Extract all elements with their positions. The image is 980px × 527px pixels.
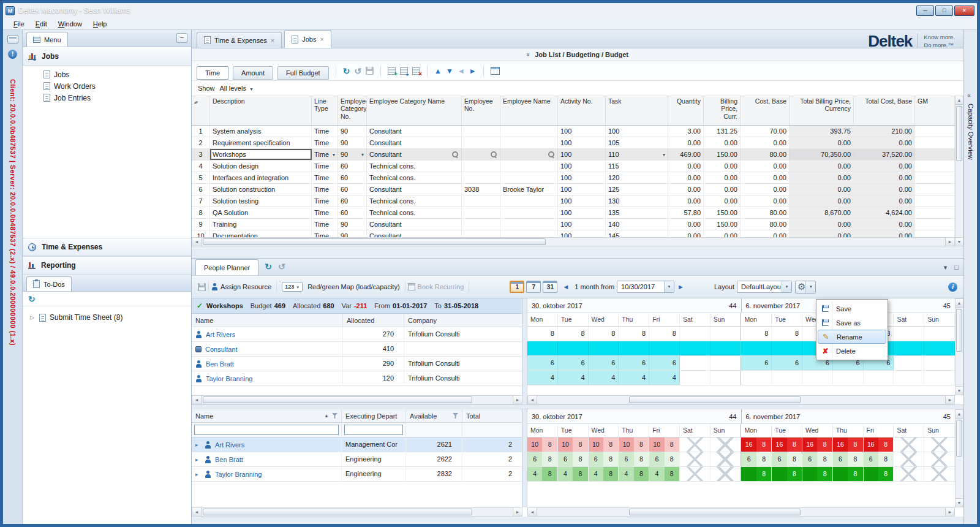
scroll-left-icon[interactable]: ◄: [192, 238, 202, 246]
cell-billing_price[interactable]: 0.00: [704, 137, 741, 148]
load-cell[interactable]: [924, 438, 955, 452]
allocation-cell[interactable]: 4: [619, 371, 649, 385]
cell-task[interactable]: 130: [606, 195, 668, 207]
cell-num[interactable]: 7: [192, 195, 210, 207]
load-cell[interactable]: 68: [527, 452, 558, 466]
sidebar-item-work-orders[interactable]: Work Orders: [23, 80, 191, 92]
scroll-right-icon[interactable]: ►: [513, 508, 522, 516]
table-view-icon[interactable]: [491, 67, 500, 75]
cell-billing_price[interactable]: 150.00: [704, 207, 741, 218]
cell-cost_base[interactable]: 0.00: [741, 184, 790, 195]
cell-activity_no[interactable]: 100: [558, 149, 606, 160]
sidebar-item-job-entries[interactable]: Job Entries: [23, 92, 191, 104]
refresh-icon[interactable]: [343, 66, 350, 76]
menu-item-rename[interactable]: Rename: [818, 330, 886, 344]
cell-total_billing[interactable]: 0.00: [790, 184, 854, 195]
people-planner-tab[interactable]: People Planner: [195, 259, 258, 275]
budget-horizontal-scrollbar[interactable]: ◄ ►: [192, 237, 955, 246]
allocation-cell[interactable]: [589, 341, 619, 355]
cell-cat_name[interactable]: Consultant: [367, 149, 462, 160]
menu-help[interactable]: Help: [88, 19, 113, 29]
allocation-cell[interactable]: 8: [558, 327, 589, 341]
allocation-cell[interactable]: 8: [619, 327, 649, 341]
cell-activity_no[interactable]: 100: [558, 230, 606, 237]
cell-gm[interactable]: [915, 149, 955, 160]
cell-cat_name[interactable]: Consultant: [367, 230, 462, 237]
cell-cat_no[interactable]: 90: [338, 137, 367, 148]
cell-line_type[interactable]: Time: [312, 172, 338, 183]
scroll-left-icon[interactable]: ◄: [192, 508, 202, 516]
chevron-down-icon[interactable]: [782, 281, 791, 292]
load-vertical-scrollbar[interactable]: ▲ ▼: [955, 409, 963, 507]
cell-quantity[interactable]: 0.00: [668, 137, 704, 148]
allocation-cell[interactable]: [924, 356, 955, 370]
cell-gm[interactable]: [915, 230, 955, 237]
next-period-button[interactable]: [677, 283, 684, 290]
cell-num[interactable]: 4: [192, 161, 210, 172]
load-cell[interactable]: 108: [589, 438, 619, 452]
cell-line_type[interactable]: Time: [312, 219, 338, 230]
column-header-name[interactable]: Name: [192, 314, 343, 327]
allocation-cell[interactable]: [833, 371, 864, 385]
cell-total_billing[interactable]: 393.75: [790, 126, 854, 137]
filter-icon[interactable]: [332, 413, 337, 419]
menu-item-delete[interactable]: Delete: [818, 344, 886, 358]
column-header-total_billing[interactable]: Total Billing Price, Currency: [790, 96, 854, 125]
capacity-overview-strip[interactable]: Capacity Overview: [963, 30, 977, 524]
load-cell[interactable]: [710, 467, 741, 481]
scroll-right-icon[interactable]: ►: [945, 508, 954, 516]
allocation-cell[interactable]: [680, 341, 710, 355]
allocation-cell[interactable]: 4: [558, 371, 589, 385]
load-cell[interactable]: 168: [864, 438, 894, 452]
numeric-display-button[interactable]: 123: [282, 282, 303, 292]
cell-billing_price[interactable]: 0.00: [704, 172, 741, 183]
cell-cost_base[interactable]: 0.00: [741, 195, 790, 207]
cell-description[interactable]: Workshops: [210, 149, 312, 160]
allocation-cell[interactable]: [924, 327, 955, 341]
budget-row[interactable]: 9TrainingTime90Consultant1001400.00150.0…: [192, 219, 955, 230]
scroll-up-icon[interactable]: ▲: [956, 299, 963, 308]
cell-cat_name[interactable]: Technical cons.: [367, 207, 462, 218]
breadcrumb[interactable]: Job List / Budgeting / Budget: [535, 51, 628, 58]
column-header-cat_no[interactable]: Employee Category No.: [338, 96, 367, 125]
cell-total_cost[interactable]: 0.00: [854, 230, 915, 237]
budget-row[interactable]: 10DocumentationTime90Consultant1001450.0…: [192, 230, 955, 237]
cell-total_billing[interactable]: 70,350.00: [790, 149, 854, 160]
load-cell[interactable]: 48: [619, 467, 649, 481]
cell-cat_name[interactable]: Consultant: [367, 137, 462, 148]
collapse-panel-button[interactable]: −: [176, 33, 187, 43]
person-name[interactable]: Taylor Branning: [215, 471, 262, 478]
cell-total_billing[interactable]: 0.00: [790, 219, 854, 230]
cell-total_cost[interactable]: 210.00: [854, 126, 915, 137]
cell-cost_base[interactable]: 80.00: [741, 149, 790, 160]
cell-emp_name[interactable]: [500, 195, 558, 207]
menu-file[interactable]: File: [8, 19, 30, 29]
minimize-button[interactable]: ─: [916, 6, 934, 16]
cell-gm[interactable]: [915, 126, 955, 137]
allocation-cell[interactable]: 4: [527, 371, 558, 385]
cell-num[interactable]: 8: [192, 207, 210, 218]
indent-icon[interactable]: [469, 67, 477, 75]
cell-total_billing[interactable]: 0.00: [790, 195, 854, 207]
todos-tab[interactable]: To-Dos: [26, 276, 72, 291]
load-cell[interactable]: 108: [619, 438, 649, 452]
cell-emp_name[interactable]: [500, 207, 558, 218]
cell-description[interactable]: Solution construction: [210, 184, 312, 195]
cell-emp_no[interactable]: [462, 195, 500, 207]
cell-task[interactable]: 100: [606, 126, 668, 137]
allocation-cell[interactable]: [894, 327, 924, 341]
cell-total_cost[interactable]: 0.00: [854, 137, 915, 148]
person-name[interactable]: Ben Bratt: [215, 456, 243, 463]
cell-description[interactable]: Interfaces and integration: [210, 172, 312, 183]
cell-task[interactable]: 120: [606, 172, 668, 183]
move-down-icon[interactable]: [446, 67, 453, 75]
column-header-total[interactable]: Total: [462, 409, 522, 422]
cell-task[interactable]: 115: [606, 161, 668, 172]
tab-jobs[interactable]: Jobs: [284, 30, 331, 48]
scroll-right-icon[interactable]: ►: [513, 396, 522, 404]
resource-horizontal-scrollbar[interactable]: ◄ ►: [192, 395, 522, 404]
cell-num[interactable]: 5: [192, 172, 210, 183]
cell-emp_name[interactable]: [500, 230, 558, 237]
expand-left-icon[interactable]: [967, 91, 971, 99]
cell-line_type[interactable]: Time: [312, 207, 338, 218]
